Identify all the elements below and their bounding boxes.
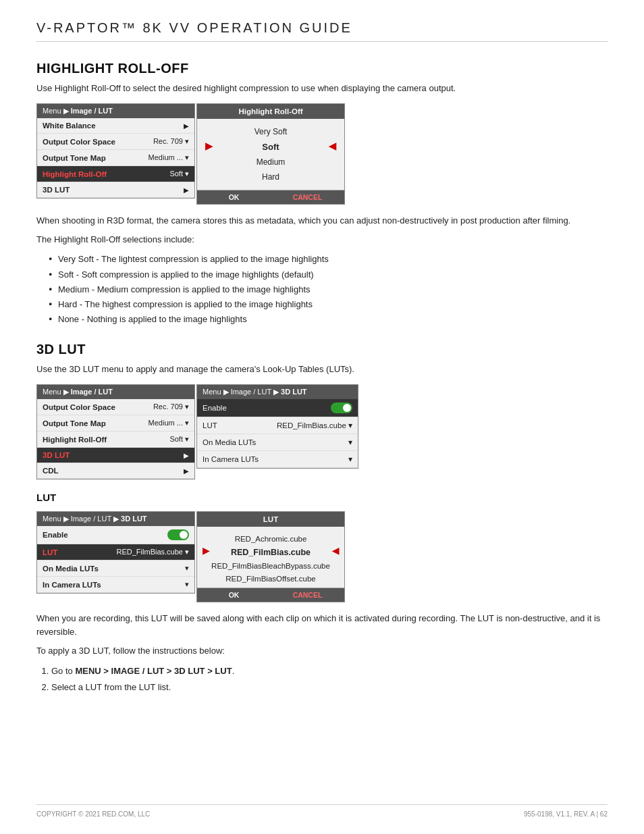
lut-item-achromic[interactable]: RED_Achromic.cube <box>200 532 342 545</box>
output-tone-map-label: Output Tone Map <box>43 154 106 162</box>
lut-right-panel-1: Menu ▶ Image / LUT ▶ 3D LUT Enable LUT R… <box>196 384 358 469</box>
lut-left-arrow-icon: ▶ <box>203 546 209 556</box>
lut-body2: To apply a 3D LUT, follow the instructio… <box>36 644 608 658</box>
lut-menu-header-2: Menu ▶ Image / LUT ▶ 3D LUT <box>37 512 194 526</box>
lut-on-media-row-2[interactable]: On Media LUTs ▾ <box>37 561 194 577</box>
highlight-bullet-list: Very Soft - The lightest compression is … <box>49 252 608 326</box>
highlight-rolloff-intro: Use Highlight Roll-Off to select the des… <box>36 82 608 95</box>
bullet-medium: Medium - Medium compression is applied t… <box>49 282 608 297</box>
right-arrow-icon: ◀ <box>329 140 336 151</box>
highlight-menu-panel: Menu ▶ Image / LUT White Balance ▶ Outpu… <box>36 103 195 199</box>
highlight-popup-footer: OK CANCEL <box>197 190 344 204</box>
lut-in-camera-label: In Camera LUTs <box>203 455 259 463</box>
lut-3d-ui-pair1: Menu ▶ Image / LUT Output Color Space Re… <box>36 384 608 479</box>
bullet-hard: Hard - The highest compression is applie… <box>49 297 608 312</box>
lut-body1: When you are recording, this LUT will be… <box>36 612 608 639</box>
lut-enable-row-2[interactable]: Enable <box>37 526 194 544</box>
lut-enable-row[interactable]: Enable <box>197 399 358 417</box>
popup-ok-button[interactable]: OK <box>197 190 271 204</box>
page-footer: COPYRIGHT © 2021 RED.COM, LLC 955-0198, … <box>36 804 608 818</box>
lut-cdl-chevron: ▶ <box>184 467 189 475</box>
bullet-none: None - Nothing is applied to the image h… <box>49 312 608 327</box>
highlight-popup-header: Highlight Roll-Off <box>197 104 344 119</box>
lut-row-tone-map[interactable]: Output Tone Map Medium ... ▾ <box>37 415 194 432</box>
lut-menu-panel-1: Menu ▶ Image / LUT Output Color Space Re… <box>36 384 195 479</box>
lut-on-media-row[interactable]: On Media LUTs ▾ <box>197 434 358 451</box>
highlight-body2: The Highlight Roll-Off selections includ… <box>36 233 608 246</box>
lut-popup-panel: LUT RED_Achromic.cube ▶ RED_FilmBias.cub… <box>196 511 345 602</box>
enable-toggle[interactable] <box>331 402 352 413</box>
lut-3d-intro: Use the 3D LUT menu to apply and manage … <box>36 363 608 376</box>
popup-item-hard[interactable]: Hard <box>200 170 342 184</box>
enable-toggle-2[interactable] <box>167 529 189 540</box>
popup-item-soft[interactable]: ▶ Soft ◀ <box>200 139 342 155</box>
lut-lut-value: RED_FilmBias.cube ▾ <box>277 421 352 430</box>
lut-right-header-1: Menu ▶ Image / LUT ▶ 3D LUT <box>197 385 358 399</box>
lut-right-arrow-icon: ◀ <box>332 546 339 556</box>
lut-in-camera-value-2: ▾ <box>185 580 189 589</box>
white-balance-label: White Balance <box>43 122 96 130</box>
output-color-space-value: Rec. 709 ▾ <box>153 137 189 146</box>
lut-highlight-rolloff-label: Highlight Roll-Off <box>43 436 107 444</box>
lut-menu-panel-2: Menu ▶ Image / LUT ▶ 3D LUT Enable LUT R… <box>36 511 195 594</box>
lut-cdl-label: CDL <box>43 467 59 475</box>
lut-popup-header: LUT <box>197 512 344 527</box>
output-color-space-label: Output Color Space <box>43 138 115 146</box>
lut-popup-body: RED_Achromic.cube ▶ RED_FilmBias.cube ◀ … <box>197 527 344 588</box>
lut-3d-ui-pair2: Menu ▶ Image / LUT ▶ 3D LUT Enable LUT R… <box>36 511 608 602</box>
lut-item-filmbias[interactable]: ▶ RED_FilmBias.cube ◀ <box>200 545 342 559</box>
lut-lut-label: LUT <box>203 421 217 429</box>
page-wrapper: V-RAPTOR™ 8K VV OPERATION GUIDE HIGHLIGH… <box>0 0 644 834</box>
lut-tone-map-label: Output Tone Map <box>43 419 106 427</box>
page-header: V-RAPTOR™ 8K VV OPERATION GUIDE <box>36 20 608 42</box>
left-arrow-icon: ▶ <box>205 140 213 151</box>
highlight-rolloff-value: Soft ▾ <box>169 170 189 178</box>
lut-on-media-label: On Media LUTs <box>203 438 256 446</box>
popup-cancel-button[interactable]: CANCEL <box>271 190 344 204</box>
lut-popup-footer: OK CANCEL <box>197 588 344 602</box>
lut-row-highlight-rolloff[interactable]: Highlight Roll-Off Soft ▾ <box>37 432 194 448</box>
3dlut-label: 3D LUT <box>43 186 70 194</box>
enable-label-2: Enable <box>43 531 68 539</box>
highlight-popup-panel: Highlight Roll-Off Very Soft ▶ Soft ◀ Me… <box>196 103 345 205</box>
white-balance-chevron: ▶ <box>184 122 189 130</box>
lut-steps-list: Go to MENU > IMAGE / LUT > 3D LUT > LUT.… <box>51 663 608 695</box>
menu-row-3dlut[interactable]: 3D LUT ▶ <box>37 182 194 198</box>
lut-on-media-label-2: On Media LUTs <box>43 565 99 573</box>
lut-3dlut-chevron: ▶ <box>184 452 189 459</box>
highlight-popup-body: Very Soft ▶ Soft ◀ Medium Hard <box>197 119 344 190</box>
lut-subsection-title: LUT <box>36 492 608 503</box>
3dlut-chevron: ▶ <box>184 186 189 194</box>
menu-row-output-color-space[interactable]: Output Color Space Rec. 709 ▾ <box>37 134 194 150</box>
lut-color-space-label: Output Color Space <box>43 403 115 411</box>
highlight-rolloff-title: HIGHLIGHT ROLL-OFF <box>36 61 608 76</box>
lut-popup-cancel-button[interactable]: CANCEL <box>271 588 344 602</box>
lut-row-color-space[interactable]: Output Color Space Rec. 709 ▾ <box>37 399 194 415</box>
lut-lut-row-2[interactable]: LUT RED_FilmBias.cube ▾ <box>37 544 194 561</box>
lut-on-media-value: ▾ <box>348 438 352 447</box>
popup-item-very-soft[interactable]: Very Soft <box>200 124 342 139</box>
lut-row-3dlut[interactable]: 3D LUT ▶ <box>37 448 194 463</box>
menu-row-highlight-rolloff[interactable]: Highlight Roll-Off Soft ▾ <box>37 166 194 182</box>
menu-row-output-tone-map[interactable]: Output Tone Map Medium ... ▾ <box>37 150 194 166</box>
lut-in-camera-row[interactable]: In Camera LUTs ▾ <box>197 451 358 468</box>
lut-in-camera-row-2[interactable]: In Camera LUTs ▾ <box>37 577 194 593</box>
highlight-menu-header: Menu ▶ Image / LUT <box>37 104 194 118</box>
lut-menu-header-1: Menu ▶ Image / LUT <box>37 385 194 399</box>
lut-lut-row[interactable]: LUT RED_FilmBias.cube ▾ <box>197 417 358 434</box>
footer-right: 955-0198, V1.1, REV. A | 62 <box>524 810 608 818</box>
popup-item-medium[interactable]: Medium <box>200 155 342 170</box>
menu-row-white-balance[interactable]: White Balance ▶ <box>37 118 194 134</box>
lut-item-bleachbypass[interactable]: RED_FilmBiasBleachBypass.cube <box>200 559 342 572</box>
lut-3dlut-label: 3D LUT <box>43 451 70 459</box>
lut-item-offset[interactable]: RED_FilmBiasOffset.cube <box>200 572 342 585</box>
lut-popup-ok-button[interactable]: OK <box>197 588 271 602</box>
output-tone-map-value: Medium ... ▾ <box>149 153 189 162</box>
lut-row-cdl[interactable]: CDL ▶ <box>37 463 194 479</box>
lut-tone-map-value: Medium ... ▾ <box>149 419 189 427</box>
bullet-very-soft: Very Soft - The lightest compression is … <box>49 252 608 267</box>
highlight-rolloff-section: HIGHLIGHT ROLL-OFF Use Highlight Roll-Of… <box>36 61 608 327</box>
highlight-rolloff-ui-pair: Menu ▶ Image / LUT White Balance ▶ Outpu… <box>36 103 608 205</box>
lut-in-camera-value: ▾ <box>348 454 352 464</box>
lut-3d-title: 3D LUT <box>36 342 608 357</box>
